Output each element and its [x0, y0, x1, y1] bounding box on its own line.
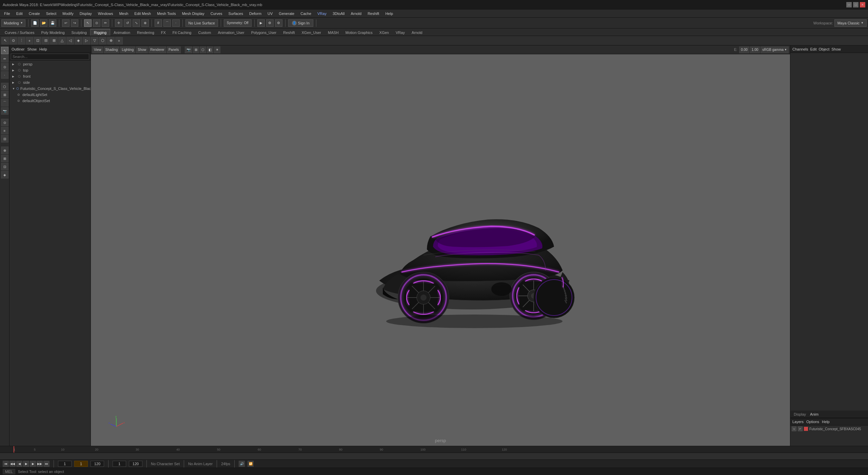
tab-sculpting[interactable]: Sculpting [68, 29, 90, 36]
paint-mode-btn[interactable]: ✏ [1, 55, 8, 62]
shelf-select[interactable]: ↖ [1, 37, 9, 44]
menu-file[interactable]: File [1, 10, 13, 18]
menu-windows[interactable]: Windows [95, 10, 116, 18]
object-tab[interactable]: Object [818, 47, 829, 51]
sign-in-button[interactable]: 👤 Sign In [288, 19, 313, 27]
shelf-8[interactable]: ▷ [83, 37, 90, 44]
tab-motion-graphics[interactable]: Motion Graphics [342, 29, 376, 36]
snap-grid-btn[interactable]: # [155, 19, 162, 27]
no-live-surface-dropdown[interactable]: No Live Surface [185, 19, 218, 27]
prev-frame-btn[interactable]: ◀ [16, 461, 22, 467]
shelf-move[interactable]: + [26, 37, 33, 44]
menu-surfaces[interactable]: Surfaces [226, 10, 246, 18]
menu-modify[interactable]: Modify [60, 10, 76, 18]
mode-dropdown[interactable]: Modeling [1, 19, 25, 27]
workspace-dropdown[interactable]: Maya Classic [834, 19, 867, 27]
go-start-btn[interactable]: ⏮ [3, 461, 9, 467]
tab-animation-user[interactable]: Animation_User [214, 29, 248, 36]
menu-vray[interactable]: VRay [315, 10, 329, 18]
tab-fx[interactable]: FX [158, 29, 169, 36]
open-btn[interactable]: 📂 [40, 19, 47, 27]
channels-tab[interactable]: Channels [792, 47, 808, 51]
vp-view-menu[interactable]: View [92, 46, 103, 53]
side-panel4[interactable]: ◈ [1, 171, 8, 178]
shelf-7[interactable]: ◈ [75, 37, 82, 44]
vp-exposure-value[interactable]: 0.00 [739, 46, 749, 53]
end-frame-input[interactable] [91, 461, 104, 467]
side-panel1[interactable]: ⊕ [1, 147, 8, 154]
menu-uv[interactable]: UV [265, 10, 275, 18]
vp-show-menu[interactable]: Show [136, 46, 148, 53]
tab-xgen-user[interactable]: XGen_User [298, 29, 324, 36]
start-frame-input[interactable] [58, 461, 72, 467]
undo-btn[interactable]: ↩ [62, 19, 70, 27]
menu-help[interactable]: Help [382, 10, 396, 18]
shelf-paint[interactable]: ⋮ [18, 37, 25, 44]
tree-item-persp[interactable]: ▶ ⬡ persp [9, 61, 91, 67]
menu-3dtoall[interactable]: 3DtoAll [330, 10, 347, 18]
range-end-input[interactable] [129, 461, 142, 467]
lasso-select-btn[interactable]: ⊙ [93, 19, 100, 27]
paint-select-btn[interactable]: ✏ [102, 19, 109, 27]
select-mode-btn[interactable]: ↖ [1, 47, 8, 54]
script-mode-label[interactable]: MEL [3, 469, 15, 474]
next-frame-btn[interactable]: ▶ [30, 461, 36, 467]
tree-item-front[interactable]: ▶ ⬡ front [9, 73, 91, 79]
vertex-mode-btn[interactable]: · [1, 71, 8, 79]
tab-animation[interactable]: Animation [110, 29, 134, 36]
shelf-6[interactable]: ◁ [66, 37, 74, 44]
vp-solid-btn[interactable]: ⬡ [200, 46, 206, 53]
curve-btn[interactable]: ⌒ [1, 99, 8, 107]
shelf-4[interactable]: ⊞ [50, 37, 58, 44]
help-label[interactable]: Help [822, 420, 830, 424]
prev-key-btn[interactable]: ◀◀ [9, 461, 16, 467]
menu-reshift[interactable]: Reshift [365, 10, 382, 18]
menu-edit-mesh[interactable]: Edit Mesh [132, 10, 154, 18]
render-settings-btn[interactable]: ⚙ [275, 19, 282, 27]
options-label[interactable]: Options [806, 420, 819, 424]
render-btn[interactable]: ⊙ [1, 119, 8, 126]
menu-generate[interactable]: Generate [276, 10, 297, 18]
menu-arnold[interactable]: Arnold [348, 10, 364, 18]
new-scene-btn[interactable]: 📄 [31, 19, 39, 27]
side-panel2[interactable]: ⊞ [1, 155, 8, 162]
audio-btn[interactable]: 🔊 [239, 461, 245, 467]
tab-rigging[interactable]: Rigging [90, 29, 110, 36]
layer-vis-btn[interactable]: V [792, 426, 796, 431]
redo-btn[interactable]: ↪ [71, 19, 78, 27]
layer-btn[interactable]: ≡ [1, 127, 8, 134]
shelf-10[interactable]: ⬡ [99, 37, 106, 44]
menu-deform[interactable]: Deform [246, 10, 264, 18]
shelf-3[interactable]: ⊟ [42, 37, 50, 44]
close-button[interactable]: ✕ [860, 2, 865, 7]
rotate-btn[interactable]: ↺ [124, 19, 131, 27]
move-btn[interactable]: ✛ [115, 19, 122, 27]
menu-select[interactable]: Select [43, 10, 59, 18]
tree-item-futuristic[interactable]: ▼ ⬡ Futuristic_Concept_S_Class_Vehicle_B… [9, 86, 91, 92]
tab-mash[interactable]: MASH [324, 29, 342, 36]
show-tab[interactable]: Show [831, 47, 841, 51]
next-key-btn[interactable]: ▶▶ [37, 461, 43, 467]
snap-point-btn[interactable]: · [172, 19, 180, 27]
search-input[interactable] [11, 54, 89, 60]
menu-cache[interactable]: Cache [298, 10, 314, 18]
tree-item-side[interactable]: ▶ ⬡ side [9, 79, 91, 86]
tab-reshift[interactable]: Reshift [280, 29, 298, 36]
menu-curves[interactable]: Curves [208, 10, 225, 18]
shelf-2[interactable]: ⊡ [34, 37, 41, 44]
vp-wireframe-btn[interactable]: ⊞ [193, 46, 199, 53]
play-btn[interactable]: ▶ [23, 461, 29, 467]
render-sequence-btn[interactable]: ⚙ [266, 19, 274, 27]
polygon-btn[interactable]: ⬡ [1, 83, 8, 90]
camera-btn[interactable]: 📷 [1, 107, 8, 115]
menu-display[interactable]: Display [77, 10, 95, 18]
snap-curve-btn[interactable]: ⌒ [163, 19, 171, 27]
menu-mesh-tools[interactable]: Mesh Tools [154, 10, 178, 18]
vp-lighting-menu[interactable]: Lighting [120, 46, 135, 53]
vp-renderer-menu[interactable]: Renderer [149, 46, 166, 53]
shelf-12[interactable]: + [115, 37, 123, 44]
select-tool-btn[interactable]: ↖ [84, 19, 92, 27]
display-tab[interactable]: Display [792, 412, 807, 417]
tab-curves-surfaces[interactable]: Curves / Surfaces [1, 29, 38, 36]
menu-edit[interactable]: Edit [14, 10, 25, 18]
